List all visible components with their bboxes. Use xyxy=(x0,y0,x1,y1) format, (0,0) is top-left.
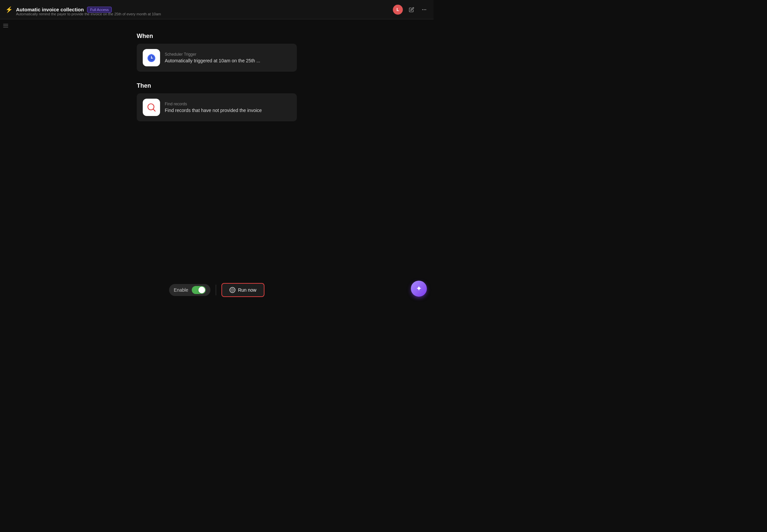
enable-label: Enable xyxy=(174,287,188,293)
header-subtitle: Automatically remind the payer to provid… xyxy=(16,12,161,16)
run-now-button[interactable]: Run now xyxy=(221,283,264,297)
scheduler-trigger-card[interactable]: Scheduler Trigger Automatically triggere… xyxy=(137,44,297,72)
then-label: Then xyxy=(137,82,297,89)
scheduler-card-title: Scheduler Trigger xyxy=(165,52,260,57)
lightning-icon: ⚡ xyxy=(5,6,13,13)
svg-point-1 xyxy=(424,9,425,10)
scheduler-clock-icon xyxy=(146,52,157,63)
main-content: When Scheduler Trigger Automatically tri… xyxy=(0,19,434,303)
svg-point-2 xyxy=(425,9,426,10)
edit-button[interactable] xyxy=(408,6,416,14)
access-badge: Full Access xyxy=(87,7,112,13)
sidebar-toggle[interactable] xyxy=(0,19,11,33)
bottom-bar: Enable Run now xyxy=(0,277,434,303)
more-dots-icon xyxy=(422,7,427,12)
svg-point-0 xyxy=(422,9,423,10)
scheduler-icon-wrapper xyxy=(143,49,160,66)
run-now-icon xyxy=(229,287,235,293)
enable-toggle[interactable] xyxy=(192,286,206,294)
svg-marker-15 xyxy=(232,289,233,290)
svg-point-10 xyxy=(151,58,152,59)
find-records-card-desc: Find records that have not provided the … xyxy=(165,108,262,113)
scheduler-card-text: Scheduler Trigger Automatically triggere… xyxy=(165,52,260,63)
menu-icon xyxy=(3,23,9,29)
header-left: ⚡ Automatic invoice collection Full Acce… xyxy=(5,6,393,13)
run-now-label: Run now xyxy=(238,287,256,293)
toggle-thumb xyxy=(198,287,205,293)
when-label: When xyxy=(137,33,297,40)
header: ⚡ Automatic invoice collection Full Acce… xyxy=(0,0,434,19)
section-spacer xyxy=(137,72,297,82)
fab-button[interactable]: ✦ xyxy=(411,281,427,297)
find-records-card-text: Find records Find records that have not … xyxy=(165,102,262,113)
bottom-divider xyxy=(216,285,216,295)
fab-icon: ✦ xyxy=(416,284,422,293)
find-records-card-title: Find records xyxy=(165,102,262,106)
find-records-card[interactable]: Find records Find records that have not … xyxy=(137,93,297,121)
more-options-button[interactable] xyxy=(420,6,428,14)
play-icon xyxy=(231,288,234,292)
edit-icon xyxy=(409,7,414,12)
avatar[interactable]: L xyxy=(393,5,403,15)
find-records-icon-wrapper xyxy=(143,99,160,116)
workflow-container: When Scheduler Trigger Automatically tri… xyxy=(137,33,297,121)
enable-toggle-container: Enable xyxy=(169,284,210,296)
svg-line-13 xyxy=(153,109,155,111)
header-actions: L xyxy=(393,5,428,15)
scheduler-card-desc: Automatically triggered at 10am on the 2… xyxy=(165,58,260,63)
find-records-search-icon xyxy=(146,102,157,113)
page-title: Automatic invoice collection xyxy=(16,7,84,12)
